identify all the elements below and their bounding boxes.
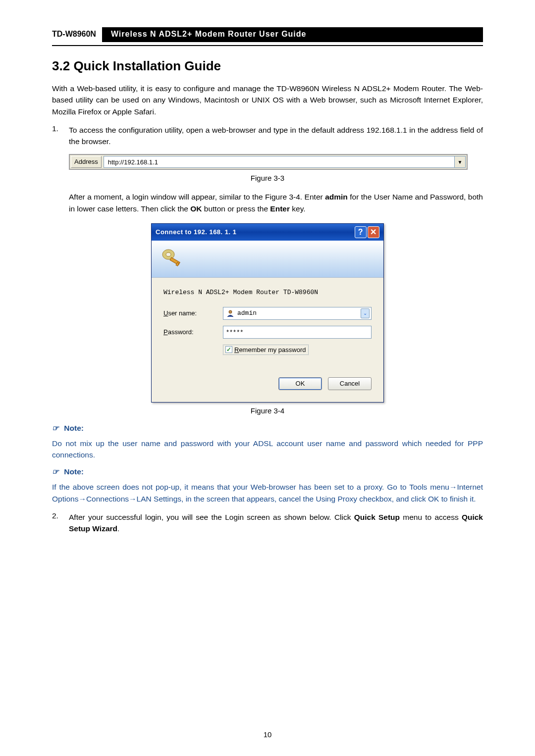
figure-login-dialog: Connect to 192. 168. 1. 1 ? ✕ Wireless N… (52, 223, 483, 403)
t: After a moment, a login window will appe… (69, 193, 325, 201)
password-input[interactable]: ***** (223, 326, 372, 339)
page-number: 10 (0, 730, 535, 739)
browser-address-bar: Address http://192.168.1.1 ▼ (69, 154, 468, 170)
note-2-body: If the above screen does not pop-up, it … (52, 481, 483, 504)
user-icon (226, 309, 234, 317)
pointing-hand-icon: ☞ (52, 467, 59, 476)
username-input[interactable]: admin ⌄ (223, 307, 372, 320)
address-label: Address (71, 156, 102, 168)
password-row: Password: ***** (163, 326, 372, 339)
step-2-text: After your successful login, you will se… (69, 511, 483, 535)
section-number: 3.2 (52, 58, 70, 73)
figure-address-bar: Address http://192.168.1.1 ▼ (69, 154, 483, 170)
step-1-number: 1. (52, 124, 69, 148)
username-label: User name: (163, 309, 223, 317)
step-2: 2. After your successful login, you will… (52, 511, 483, 535)
remember-password-row[interactable]: ✓ Remember my password (223, 345, 309, 355)
cancel-button[interactable]: Cancel (328, 377, 372, 390)
login-dialog: Connect to 192. 168. 1. 1 ? ✕ Wireless N… (151, 223, 384, 403)
dialog-body: Wireless N ADSL2+ Modem Router TD-W8960N… (152, 278, 383, 402)
checkbox-icon[interactable]: ✓ (225, 346, 232, 353)
svg-point-1 (166, 252, 171, 256)
step-1: 1. To access the configuration utility, … (52, 124, 483, 148)
note-1-body: Do not mix up the user name and password… (52, 438, 483, 461)
admin-bold: admin (325, 193, 348, 201)
address-dropdown-icon[interactable]: ▼ (455, 156, 466, 168)
t: ser name: (168, 309, 197, 317)
note-2-heading: ☞ Note: (52, 467, 483, 476)
ok-bold: OK (190, 204, 202, 213)
note-label: Note: (64, 467, 84, 476)
username-row: User name: admin ⌄ (163, 307, 372, 320)
help-icon[interactable]: ? (355, 226, 367, 238)
u: U (163, 309, 168, 317)
dialog-realm: Wireless N ADSL2+ Modem Router TD-W8960N (163, 289, 372, 296)
doc-title: Wireless N ADSL2+ Modem Router User Guid… (102, 27, 483, 42)
enter-bold: Enter (270, 204, 290, 213)
address-input[interactable]: http://192.168.1.1 (104, 156, 455, 168)
section-title-text: Quick Installation Guide (73, 58, 221, 73)
model-badge: TD-W8960N (52, 27, 102, 42)
dialog-button-row: OK Cancel (163, 377, 372, 393)
svg-point-4 (229, 310, 232, 313)
steps-list-2: 2. After your successful login, you will… (52, 511, 483, 535)
intro-paragraph: With a Web-based utility, it is easy to … (52, 83, 483, 117)
note-label: Note: (64, 424, 84, 432)
t: assword: (168, 328, 194, 336)
address-url: http://192.168.1.1 (108, 158, 158, 166)
t: . (117, 524, 119, 533)
remember-label: Remember my password (234, 346, 306, 353)
pointing-hand-icon: ☞ (52, 424, 59, 432)
ok-button[interactable]: OK (278, 377, 322, 390)
close-icon[interactable]: ✕ (368, 226, 379, 238)
t: menu to access (400, 513, 462, 521)
t: button or press the (202, 204, 270, 213)
figure-3-4-caption: Figure 3-4 (52, 406, 483, 415)
header-divider (52, 45, 483, 46)
t: key. (290, 204, 306, 213)
steps-list: 1. To access the configuration utility, … (52, 124, 483, 148)
step-1-text: To access the configuration utility, ope… (69, 124, 483, 148)
step-1-followup: After a moment, a login window will appe… (69, 191, 483, 214)
doc-header: TD-W8960N Wireless N ADSL2+ Modem Router… (52, 27, 483, 42)
dialog-banner (152, 241, 383, 278)
dialog-title-text: Connect to 192. 168. 1. 1 (156, 228, 354, 236)
section-heading: 3.2 Quick Installation Guide (52, 58, 483, 74)
password-label: Password: (163, 328, 223, 336)
password-value: ***** (226, 328, 244, 336)
t: emember my password (239, 346, 306, 353)
note-1-heading: ☞ Note: (52, 424, 483, 433)
quick-setup-bold: Quick Setup (354, 513, 400, 521)
t: After your successful login, you will se… (69, 513, 354, 521)
dialog-titlebar: Connect to 192. 168. 1. 1 ? ✕ (152, 224, 383, 241)
chevron-down-icon[interactable]: ⌄ (361, 308, 370, 318)
u: P (163, 328, 168, 336)
figure-3-3-caption: Figure 3-3 (52, 174, 483, 182)
step-2-number: 2. (52, 511, 69, 535)
keys-icon (160, 246, 184, 269)
username-value: admin (237, 309, 361, 317)
u: R (234, 346, 239, 353)
